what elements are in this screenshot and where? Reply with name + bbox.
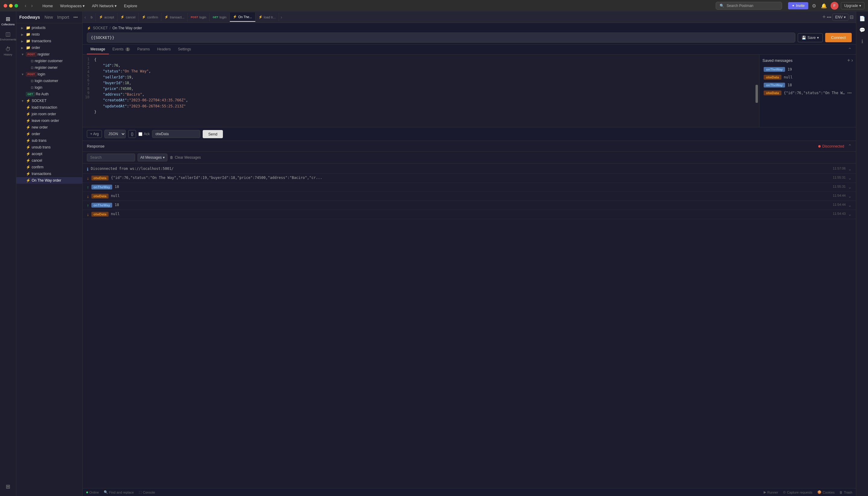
more-options-button[interactable]: ••• — [72, 14, 79, 20]
tree-item-login-folder[interactable]: ▼ POST login — [16, 71, 82, 78]
ack-checkbox[interactable] — [139, 132, 142, 136]
clear-messages-button[interactable]: 🗑 Clear Messages — [170, 155, 201, 160]
menu-api-network[interactable]: API Network ▾ — [89, 2, 120, 9]
response-search-input[interactable] — [87, 154, 135, 161]
tab-confirm[interactable]: ⚡ confirm — [139, 13, 161, 21]
sidebar-item-history[interactable]: ⏱ History — [1, 44, 15, 58]
tree-item-socket[interactable]: ▼ ⚡ SOCKET — [16, 97, 82, 104]
saved-message-item[interactable]: onTheWay 18 — [762, 81, 853, 89]
import-button[interactable]: Import — [56, 14, 71, 20]
tree-item-join-room-order[interactable]: ⚡ join room order — [16, 111, 82, 118]
layout-button[interactable]: ⊟ — [850, 14, 853, 20]
right-panel-info-button[interactable]: ℹ — [858, 37, 867, 46]
menu-home[interactable]: Home — [40, 2, 56, 9]
tree-item-confirm[interactable]: ⚡ confirm — [16, 164, 82, 170]
tree-item-leave-room-order[interactable]: ⚡ leave room order — [16, 118, 82, 124]
new-button[interactable]: New — [43, 14, 54, 20]
capture-requests-item[interactable]: ⊙ Capture requests — [783, 490, 812, 494]
connect-button[interactable]: Connect — [825, 33, 852, 42]
maximize-button[interactable] — [15, 4, 18, 7]
tab-message[interactable]: Message — [87, 45, 109, 54]
tree-item-sub-trans[interactable]: ⚡ sub trans — [16, 137, 82, 144]
console-item[interactable]: ⬚ Console — [139, 490, 155, 494]
message-filter[interactable]: All Messages ▾ — [138, 154, 168, 161]
tree-item-transactions[interactable]: ▶ 📁 transactions — [16, 38, 82, 44]
invite-button[interactable]: ✦ Invite — [788, 2, 808, 9]
tab-settings[interactable]: Settings — [174, 45, 194, 54]
avatar[interactable]: F — [831, 2, 838, 10]
tab-post-login[interactable]: POST login — [188, 13, 210, 21]
tree-item-order[interactable]: ▶ 📁 order — [16, 44, 82, 51]
sidebar-item-collections[interactable]: ⊞ Collections — [1, 14, 15, 28]
tab-headers[interactable]: Headers — [154, 45, 174, 54]
upgrade-button[interactable]: Upgrade ▾ — [841, 2, 864, 9]
forward-button[interactable]: › — [29, 2, 34, 9]
find-replace-item[interactable]: 🔍 Find and replace — [104, 490, 134, 494]
tree-item-transactions-socket[interactable]: ⚡ transactions — [16, 170, 82, 177]
tab-cancel[interactable]: ⚡ cancel — [117, 13, 139, 21]
saved-message-item[interactable]: otwData null — [762, 73, 853, 81]
expand-icon[interactable]: ⌄ — [848, 194, 852, 199]
tab-next-button[interactable]: › — [279, 14, 284, 21]
cookies-item[interactable]: 🍪 Cookies — [817, 490, 835, 494]
online-status[interactable]: Online — [86, 491, 99, 494]
new-tab-button[interactable]: + — [822, 14, 826, 20]
tab-load-tr[interactable]: ⚡ load tr... — [255, 13, 279, 21]
tree-item-new-order[interactable]: ⚡ new order — [16, 124, 82, 130]
tree-item-products[interactable]: ▶ 📁 products — [16, 25, 82, 31]
tree-item-load-transaction[interactable]: ⚡ load transaction — [16, 104, 82, 111]
tree-item-register-customer[interactable]: ⊡ register customer — [16, 58, 82, 64]
expand-icon[interactable]: ⌄ — [848, 175, 852, 181]
tree-item-unsub-trans[interactable]: ⚡ unsub trans — [16, 144, 82, 151]
collapse-editor-button[interactable]: ⌃ — [848, 47, 852, 52]
saved-message-item[interactable]: otwData {"id":76,"status":"On The Way","… — [762, 89, 853, 97]
tree-item-on-the-way-order[interactable]: ⚡ On The Way order — [16, 177, 82, 184]
search-bar[interactable]: 🔍 Search Postman — [716, 2, 782, 10]
minimize-button[interactable] — [9, 4, 13, 7]
expand-saved-messages-button[interactable]: › — [851, 58, 853, 63]
tab-b[interactable]: b — [88, 13, 96, 21]
expand-icon[interactable]: ⌄ — [848, 203, 852, 207]
notifications-button[interactable]: 🔔 — [820, 2, 828, 10]
env-selector[interactable]: ENV ▾ — [832, 14, 848, 21]
tab-params[interactable]: Params — [133, 45, 153, 54]
collapse-response-button[interactable]: ⌃ — [848, 143, 852, 149]
url-input[interactable] — [87, 33, 795, 43]
back-button[interactable]: ‹ — [23, 2, 28, 9]
tab-prev-button[interactable]: ‹ — [83, 14, 88, 21]
format-select[interactable]: JSON — [104, 130, 126, 138]
more-options-icon[interactable]: ••• — [847, 91, 852, 95]
save-button[interactable]: 💾 Save ▾ — [798, 33, 822, 42]
tree-item-order-socket[interactable]: ⚡ order — [16, 130, 82, 137]
close-button[interactable] — [4, 4, 7, 7]
right-panel-comments-button[interactable]: 💬 — [858, 25, 867, 34]
tab-events[interactable]: Events 1 — [109, 45, 134, 54]
tab-on-the[interactable]: ⚡ On The... — [230, 12, 255, 22]
tree-item-accept[interactable]: ⚡ accept — [16, 151, 82, 157]
tree-item-re-auth[interactable]: GET Re Auth — [16, 91, 82, 97]
tab-transact[interactable]: ⚡ transact... — [161, 13, 188, 21]
tab-accept[interactable]: ⚡ accept — [96, 13, 117, 21]
tree-item-register-owner[interactable]: ⊡ register owner — [16, 64, 82, 71]
more-tabs-button[interactable]: ••• — [827, 15, 832, 20]
saved-message-item[interactable]: onTheWay 19 — [762, 65, 853, 73]
expand-icon[interactable]: ⌄ — [848, 185, 852, 189]
trash-item[interactable]: 🗑 Trash — [839, 490, 852, 494]
expand-icon[interactable]: ⌄ — [848, 212, 852, 217]
right-panel-docs-button[interactable]: 📄 — [858, 14, 867, 23]
tree-item-resto[interactable]: ▶ 📁 resto — [16, 31, 82, 38]
tab-get-login[interactable]: GET login — [210, 13, 230, 21]
send-button[interactable]: Send — [203, 130, 223, 138]
runner-item[interactable]: ▶ Runner — [764, 490, 778, 494]
tree-item-login-customer[interactable]: ⊡ login customer — [16, 78, 82, 84]
expand-icon[interactable]: ⌄ — [848, 167, 852, 171]
event-input[interactable] — [152, 130, 200, 138]
tree-item-cancel[interactable]: ⚡ cancel — [16, 157, 82, 164]
braces-button[interactable]: {} — [128, 130, 136, 138]
code-editor[interactable]: 12345 678910 { "id": 76, "status": "On T… — [83, 55, 759, 127]
add-saved-message-button[interactable]: + — [847, 58, 850, 63]
arg-button[interactable]: + Arg — [87, 130, 102, 138]
sidebar-item-explorer[interactable]: ⊞ — [1, 480, 15, 494]
menu-explore[interactable]: Explore — [121, 2, 140, 9]
tree-item-login[interactable]: ⊡ login — [16, 84, 82, 91]
